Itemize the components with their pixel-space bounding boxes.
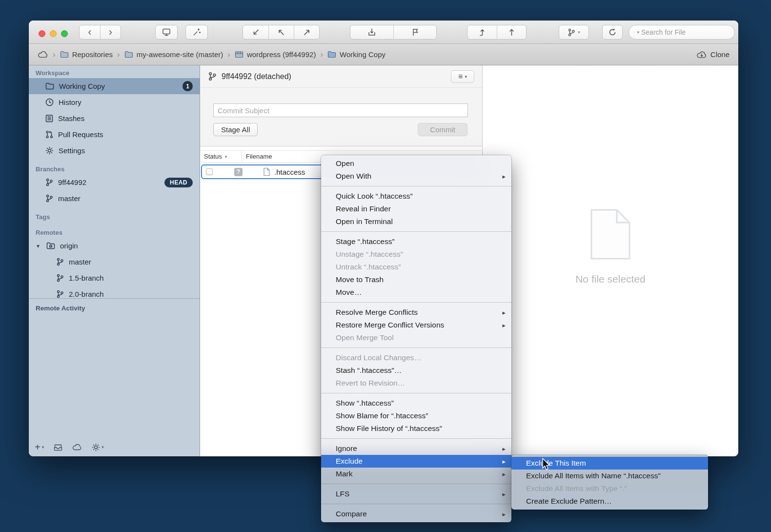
close-button[interactable] xyxy=(39,30,45,37)
submenu-item-create-exclude-pattern[interactable]: Create Exclude Pattern… xyxy=(511,495,708,508)
pull-icon xyxy=(367,28,376,37)
pull-request-icon xyxy=(45,130,53,139)
remote-branch-label: 2.0-branch xyxy=(69,290,104,298)
fetch-button[interactable] xyxy=(467,25,497,39)
sidebar-item-working-copy[interactable]: Working Copy 1 xyxy=(29,78,200,94)
menu-separator xyxy=(321,393,511,393)
breadcrumb-submodule[interactable]: wordpress (9ff44992) xyxy=(235,50,316,59)
menu-item-discard-local-changes: Discard Local Changes… xyxy=(321,351,511,364)
menu-item-compare[interactable]: Compare▸ xyxy=(321,508,511,520)
head-badge: HEAD xyxy=(164,178,193,187)
search-input[interactable] xyxy=(641,28,730,36)
menu-item-ignore[interactable]: Ignore▸ xyxy=(321,442,511,455)
sidebar-scroll-area[interactable]: Workspace Working Copy 1 History Stashes xyxy=(29,65,200,299)
filename-column-header[interactable]: Filename xyxy=(242,153,272,160)
disclosure-triangle-icon[interactable]: ▾ xyxy=(35,243,41,249)
sidebar-item-settings[interactable]: Settings xyxy=(29,143,200,159)
checkout-button[interactable] xyxy=(243,25,268,39)
menu-item-exclude[interactable]: Exclude▸ xyxy=(321,455,511,468)
remote-folder-icon xyxy=(46,242,55,249)
forward-button[interactable]: › xyxy=(100,25,121,39)
remotes-header: Remotes xyxy=(29,222,200,238)
cloud-icon[interactable] xyxy=(38,51,48,58)
add-button[interactable]: + ▾ xyxy=(35,442,44,452)
stage-checkbox[interactable] xyxy=(206,168,213,175)
merge-button[interactable] xyxy=(294,25,319,39)
breadcrumb-working-copy[interactable]: Working Copy xyxy=(327,50,386,59)
sidebar-remote-branch-2-0[interactable]: 2.0-branch xyxy=(29,286,200,299)
breadcrumb-label: my-awesome-site (master) xyxy=(137,50,223,59)
sidebar-remote-branch-master[interactable]: master xyxy=(29,254,200,270)
sidebar-item-label: Pull Requests xyxy=(58,130,103,139)
menu-item-untrack: Untrack “.htaccess” xyxy=(321,261,511,273)
menu-item-open[interactable]: Open xyxy=(321,157,511,170)
sidebar-item-label: Settings xyxy=(59,146,85,155)
status-column-header[interactable]: Status ▾ xyxy=(200,151,242,162)
inbox-button[interactable] xyxy=(54,444,62,451)
reset-button[interactable] xyxy=(268,25,294,39)
git-branch-icon xyxy=(45,178,53,186)
stage-all-button[interactable]: Stage All xyxy=(213,123,258,136)
folder-icon xyxy=(124,51,133,58)
submenu-arrow-icon: ▸ xyxy=(502,322,506,329)
file-icon xyxy=(263,167,270,176)
git-branch-icon xyxy=(568,28,575,37)
breadcrumb-repo[interactable]: my-awesome-site (master) xyxy=(124,50,223,59)
sidebar-item-stashes[interactable]: Stashes xyxy=(29,110,200,126)
commit-button[interactable]: Commit xyxy=(418,123,467,136)
menu-item-reveal-in-finder[interactable]: Reveal in Finder xyxy=(321,203,511,215)
chevron-down-icon: ▾ xyxy=(101,445,104,450)
submenu-arrow-icon: ▸ xyxy=(502,471,506,478)
menu-item-open-in-terminal[interactable]: Open in Terminal xyxy=(321,215,511,228)
commit-button-toolbar[interactable] xyxy=(155,25,178,40)
sidebar-remote-origin[interactable]: ▾ origin xyxy=(29,238,200,254)
status-column-label: Status xyxy=(204,153,222,160)
cleanup-button-toolbar[interactable] xyxy=(185,25,208,40)
branch-menu-button[interactable]: ▾ xyxy=(559,25,589,40)
sidebar-item-history[interactable]: History xyxy=(29,94,200,110)
menu-item-quick-look[interactable]: Quick Look “.htaccess” xyxy=(321,190,511,203)
menu-item-move-to-trash[interactable]: Move to Trash xyxy=(321,273,511,286)
breadcrumb-repositories[interactable]: Repositories xyxy=(60,50,113,59)
minimize-button[interactable] xyxy=(50,30,57,37)
submenu-item-exclude-all-with-name[interactable]: Exclude All Items with Name “.htaccess” xyxy=(511,470,708,482)
crumb-separator: › xyxy=(320,50,324,60)
sidebar-branch-9ff44992[interactable]: 9ff44992 HEAD xyxy=(29,174,200,190)
empty-file-icon xyxy=(588,208,632,261)
sidebar-remote-branch-1-5[interactable]: 1.5-branch xyxy=(29,270,200,286)
settings-menu-button[interactable]: ▾ xyxy=(92,443,104,451)
menu-item-open-with[interactable]: Open With▸ xyxy=(321,170,511,183)
filename-column-label: Filename xyxy=(246,153,272,160)
search-field[interactable]: ▾ xyxy=(629,25,735,40)
clone-button[interactable]: Clone xyxy=(696,50,730,59)
menu-item-lfs[interactable]: LFS▸ xyxy=(321,488,511,500)
branches-header: Branches xyxy=(29,159,200,174)
commit-subject-input[interactable] xyxy=(213,103,468,117)
upload-button[interactable] xyxy=(497,25,526,39)
menu-separator xyxy=(321,348,511,348)
breadcrumb-label: Repositories xyxy=(72,50,113,59)
menu-item-stash[interactable]: Stash “.htaccess”… xyxy=(321,364,511,377)
tray-icon xyxy=(54,444,62,451)
menu-item-show-blame[interactable]: Show Blame for “.htaccess” xyxy=(321,409,511,422)
pull-button[interactable] xyxy=(350,25,393,39)
menu-item-restore-merge-conflict-versions[interactable]: Restore Merge Conflict Versions▸ xyxy=(321,319,511,331)
menu-item-mark[interactable]: Mark▸ xyxy=(321,468,511,480)
back-button[interactable]: ‹ xyxy=(80,25,100,39)
refresh-button[interactable] xyxy=(602,25,623,40)
push-button[interactable] xyxy=(393,25,436,39)
sidebar: Workspace Working Copy 1 History Stashes xyxy=(29,65,200,456)
view-options-button[interactable]: ≡ ▾ xyxy=(451,70,474,83)
sidebar-item-pull-requests[interactable]: Pull Requests xyxy=(29,126,200,143)
menu-item-move[interactable]: Move… xyxy=(321,286,511,299)
menu-item-show[interactable]: Show “.htaccess” xyxy=(321,397,511,409)
zoom-button[interactable] xyxy=(61,30,68,37)
menu-item-resolve-merge-conflicts[interactable]: Resolve Merge Conflicts▸ xyxy=(321,306,511,319)
menu-item-show-file-history[interactable]: Show File History of “.htaccess” xyxy=(321,422,511,435)
folder-icon xyxy=(60,51,69,58)
plus-icon: + xyxy=(35,442,41,452)
sidebar-branch-master[interactable]: master xyxy=(29,190,200,206)
menu-item-stage[interactable]: Stage “.htaccess” xyxy=(321,235,511,248)
git-branch-icon xyxy=(56,290,64,298)
remote-accounts-button[interactable] xyxy=(72,444,82,450)
